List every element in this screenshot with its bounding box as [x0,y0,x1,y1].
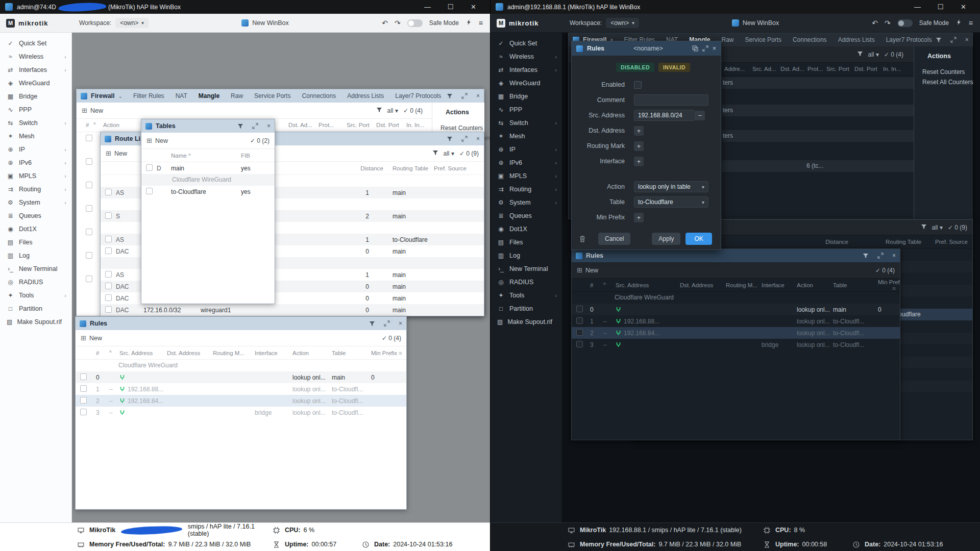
add-routing-mark-button[interactable]: + [634,141,644,151]
sidebar-item[interactable]: ▣ MPLS › [491,169,562,183]
row-checkbox[interactable] [80,385,87,392]
sidebar-item[interactable]: ≈ Wireless › [0,50,71,63]
sidebar-item[interactable]: ▧ Make Supout.rif [0,315,71,329]
expand-icon[interactable] [877,253,884,259]
row-checkbox[interactable] [86,252,92,259]
column-header[interactable]: Name ^ [171,153,241,159]
add-dst-address-button[interactable]: + [634,126,644,136]
add-min-prefix-button[interactable]: + [634,213,644,222]
expand-icon[interactable] [461,93,468,99]
ok-button[interactable]: OK [685,233,712,245]
close-icon[interactable]: × [267,122,271,130]
sidebar-item[interactable]: ⇉ Routing › [491,183,562,196]
column-header[interactable]: Pref. Source [935,239,972,245]
column-header[interactable]: Routing Table [384,165,433,171]
row-checkbox[interactable] [86,158,92,165]
expand-icon[interactable] [384,320,390,327]
row-checkbox[interactable] [86,276,92,282]
new-winbox-button[interactable]: New WinBox [241,19,289,27]
close-icon[interactable]: × [476,135,480,142]
filter-icon[interactable] [369,320,375,327]
new-rule-button[interactable]: ⊞New [81,334,102,342]
sidebar-item[interactable]: ⇆ Switch › [491,116,562,130]
close-icon[interactable]: × [892,252,896,259]
sidebar-item[interactable]: ▥ Log [491,249,562,262]
row-checkbox[interactable] [105,189,112,195]
sidebar-item[interactable]: ✶ Mesh [491,130,562,143]
workspace-select[interactable]: <own>▾ [606,18,639,28]
sidebar-item[interactable]: ▦ Bridge [0,90,71,103]
firewall-tab[interactable]: Connections [302,92,336,99]
filter-icon[interactable] [921,223,927,231]
firewall-tab[interactable]: Connections [793,36,827,43]
firewall-tab[interactable]: Raw [231,92,243,99]
rule-row[interactable]: 3 – bridge lookup onl... to-Cloudfl... [572,339,900,350]
row-checkbox[interactable] [576,317,583,324]
chain-filter-dropdown[interactable]: all ▾ [387,107,398,114]
sidebar-item[interactable]: ✓ Quick Set [0,37,71,50]
column-header[interactable]: Src. Ad... [752,66,780,72]
new-table-button[interactable]: ⊞New [146,137,168,144]
close-icon[interactable]: × [399,320,402,327]
firewall-tab[interactable]: Service Ports [254,92,290,99]
column-header[interactable]: Src. Port [347,122,376,128]
menu-icon[interactable]: ≡ [969,19,973,27]
sidebar-item[interactable]: ∿ PPP [491,103,562,116]
rule-row[interactable]: 0 lookup onl... main 0 [76,371,406,383]
sidebar-item[interactable]: ▤ Files [0,236,71,249]
column-header[interactable]: Routing M... [213,350,255,356]
session-bolt-icon[interactable] [465,19,472,27]
column-header[interactable]: # [590,282,603,288]
close-icon[interactable]: × [476,92,480,99]
tables-window-header[interactable]: Tables × [141,119,275,133]
redo-icon[interactable]: ↷ [885,19,891,27]
column-header[interactable]: Dst. Ad... [780,66,807,72]
column-header[interactable]: Src. Port [826,66,854,72]
safe-mode-toggle[interactable] [407,19,423,27]
table-row[interactable]: D main yes [141,162,275,174]
row-checkbox[interactable] [146,188,153,194]
row-checkbox[interactable] [105,247,112,254]
column-header[interactable]: Dst. Port [854,66,883,72]
column-header[interactable]: In. In... [406,122,424,128]
filter-icon[interactable] [863,253,869,259]
new-winbox-button[interactable]: New WinBox [732,19,779,27]
firewall-tab[interactable]: Layer7 Protocols [886,36,932,43]
column-header[interactable]: In. In... [883,66,901,72]
column-header[interactable]: Routing M... [726,282,762,288]
table-filter-dropdown[interactable]: all ▾ [444,150,454,157]
table-row[interactable]: to-Cloudflare yes [141,186,275,197]
table-select[interactable]: to-Cloudflare▾ [634,196,708,208]
rule-row[interactable]: Cloudflare WireGuard [76,360,406,371]
sidebar-item[interactable]: ⊕ IP › [0,143,71,156]
maximize-button[interactable]: ☐ [439,3,462,11]
columns-menu-icon[interactable]: ≡ [399,350,402,356]
sidebar-item[interactable]: ✶ Mesh [0,130,71,143]
column-header[interactable]: Distance [810,239,869,245]
session-bolt-icon[interactable] [955,19,962,27]
row-checkbox[interactable] [80,409,87,415]
row-checkbox[interactable] [105,271,112,278]
column-header[interactable]: Routing Table [869,239,935,245]
apply-button[interactable]: Apply [652,233,680,245]
sidebar-item[interactable]: ›_ New Terminal [491,262,562,276]
rules-window-header[interactable]: Rules × [76,317,406,330]
sidebar-item[interactable]: ≣ Queues [0,209,71,222]
rule-row[interactable]: 1 – 192.168.88... lookup onl... to-Cloud… [572,315,900,327]
delete-icon[interactable] [579,235,586,242]
column-header[interactable]: Dst. Port [376,122,406,128]
redo-icon[interactable]: ↷ [395,19,401,27]
column-header[interactable]: Distance [346,165,384,171]
sidebar-item[interactable]: □ Partition [0,302,71,315]
firewall-tab[interactable]: Address Lists [838,36,875,43]
dialog-header[interactable]: Rules <noname> × [572,41,721,56]
column-header[interactable]: Min Prefix≡ [371,350,406,356]
cancel-button[interactable]: Cancel [598,233,630,245]
sidebar-item[interactable]: ◈ WireGuard [0,77,71,90]
rule-row[interactable]: Cloudflare WireGuard [572,292,900,304]
column-header[interactable]: Table [332,350,371,356]
rule-row[interactable]: 2 – 192.168.84... lookup onl... to-Cloud… [76,395,406,407]
copy-icon[interactable] [692,45,698,52]
firewall-window-header[interactable]: Firewall ⌄ Filter RulesNATMangleRawServi… [77,89,484,103]
column-header[interactable]: Prot... [807,66,826,72]
